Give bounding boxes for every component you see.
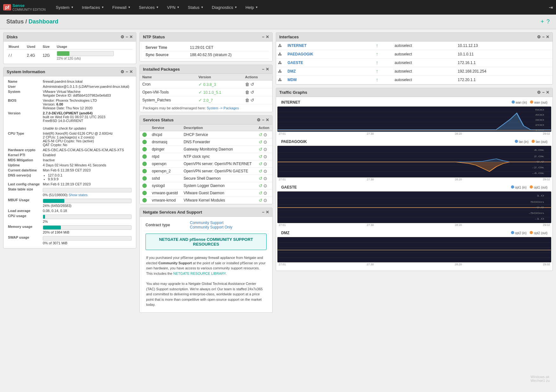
nav-vpn[interactable]: VPN ▼ xyxy=(163,0,184,15)
nav-status[interactable]: Status ▼ xyxy=(184,0,207,15)
interfaces-close-icon[interactable]: ✕ xyxy=(546,35,549,39)
disk-usage-label: 22% of 12G (ufs) xyxy=(57,57,131,60)
interface-mdm-link[interactable]: MDM xyxy=(288,78,297,82)
resource-library-link[interactable]: NETGATE RESOURCE LIBRARY xyxy=(173,272,226,275)
graph-paedagogik-legend: lan (in) lan (out) xyxy=(512,140,550,144)
interface-paedagogik-link[interactable]: PAEDAGOGIK xyxy=(288,52,313,56)
system-packages-link[interactable]: System -> Packages xyxy=(207,106,239,110)
sysinfo-settings-icon[interactable]: ⚙ xyxy=(120,69,124,74)
time-label: 27:30 xyxy=(367,223,374,227)
nav-firewall[interactable]: Firewall ▼ xyxy=(108,0,134,15)
stop-icon[interactable]: ⊙ xyxy=(263,139,267,145)
reinstall-icon[interactable]: ↺ xyxy=(250,98,254,103)
stop-icon[interactable]: ⊙ xyxy=(263,183,267,188)
interfaces-settings-icon[interactable]: ⚙ xyxy=(537,35,541,39)
pkg-version-link[interactable]: 0.3.8_3 xyxy=(203,82,216,87)
stop-icon[interactable]: ⊙ xyxy=(263,169,267,174)
stop-icon[interactable]: ⊙ xyxy=(263,161,267,166)
restart-icon[interactable]: ↺ xyxy=(259,198,262,203)
breadcrumb-prefix: Status / xyxy=(6,18,27,25)
sysinfo-close-icon[interactable]: ✕ xyxy=(129,69,133,74)
restart-icon[interactable]: ↺ xyxy=(259,147,262,152)
check-icon: ✓ xyxy=(198,82,202,87)
interface-gaeste-link[interactable]: GAESTE xyxy=(288,61,303,65)
delete-icon[interactable]: 🗑 xyxy=(245,98,249,103)
pkg-version-link[interactable]: 10.1.0_5.1 xyxy=(203,90,221,95)
delete-icon[interactable]: 🗑 xyxy=(245,82,249,87)
sysinfo-minimize-icon[interactable]: − xyxy=(126,69,128,74)
services-close-icon[interactable]: ✕ xyxy=(266,118,269,122)
stop-icon[interactable]: ⊙ xyxy=(263,190,267,196)
add-widget-button[interactable]: + xyxy=(540,18,544,25)
graph-paedagogik-times: 27:01 27:30 28:20 29:02 xyxy=(276,177,553,181)
pkg-version-link[interactable]: 2.0_7 xyxy=(203,98,213,103)
nav-help[interactable]: Help ▼ xyxy=(242,0,262,15)
disks-minimize-icon[interactable]: − xyxy=(126,35,128,39)
table-row: openvpn_2 OpenVPN server: OpenVPN GAESTE… xyxy=(140,168,272,175)
table-row: Open-VM-Tools ✓ 10.1.0_5.1 🗑 ↺ xyxy=(140,88,272,96)
logo-pfsense: Sense xyxy=(12,3,46,8)
support-minimize-icon[interactable]: − xyxy=(262,210,264,215)
restart-icon[interactable]: ↺ xyxy=(259,169,262,174)
nav-services[interactable]: Services ▼ xyxy=(135,0,163,15)
community-support-only-link[interactable]: Community Support Only xyxy=(190,225,232,229)
restart-icon[interactable]: ↺ xyxy=(259,154,262,159)
stop-icon[interactable]: ⊙ xyxy=(263,132,267,137)
table-row: System VMware Virtual MachineNetgate Dev… xyxy=(7,89,133,98)
traffic-settings-icon[interactable]: ⚙ xyxy=(537,90,541,95)
mem-progress-bar xyxy=(43,225,132,230)
restart-icon[interactable]: ↺ xyxy=(259,139,262,145)
nav-diagnostics[interactable]: Diagnostics ▼ xyxy=(208,0,241,15)
interface-dmz-link[interactable]: DMZ xyxy=(288,69,296,74)
graph-paedagogik-canvas: 4.0k 2.0k 0.0 -2.0k -4.0k xyxy=(277,146,551,177)
nav-logout-icon[interactable]: ⇥ xyxy=(549,4,553,10)
network-icon: 🖧 xyxy=(278,69,282,74)
svc-name: sshd xyxy=(149,175,181,182)
restart-icon[interactable]: ↺ xyxy=(259,132,262,137)
restart-icon[interactable]: ↺ xyxy=(259,176,262,181)
restart-icon[interactable]: ↺ xyxy=(259,190,262,196)
svg-text:500m: 500m xyxy=(530,201,544,203)
graph-dmz-title: DMZ xyxy=(279,229,292,236)
svg-text:0.0: 0.0 xyxy=(536,206,544,209)
services-settings-icon[interactable]: ⚙ xyxy=(257,118,261,122)
interface-internet-link[interactable]: INTERNET xyxy=(288,43,307,48)
packages-close-icon[interactable]: ✕ xyxy=(266,67,269,72)
community-support-link[interactable]: Community Support xyxy=(190,221,223,225)
stop-icon[interactable]: ⊙ xyxy=(263,198,267,203)
svg-text:-2.0k: -2.0k xyxy=(532,166,544,169)
disks-close-icon[interactable]: ✕ xyxy=(129,35,133,39)
services-minimize-icon[interactable]: − xyxy=(262,118,264,122)
reinstall-icon[interactable]: ↺ xyxy=(250,90,254,95)
table-row: Server Time 11:29:01 CET xyxy=(143,44,269,51)
stop-icon[interactable]: ⊙ xyxy=(263,176,267,181)
packages-header: Installed Packages − ✕ xyxy=(140,65,272,74)
iface-type: autoselect xyxy=(393,50,456,59)
nav-interfaces[interactable]: Interfaces ▼ xyxy=(78,0,108,15)
reinstall-icon[interactable]: ↺ xyxy=(250,82,254,87)
help-button[interactable]: ? xyxy=(546,18,550,25)
disks-settings-icon[interactable]: ⚙ xyxy=(120,35,124,39)
logo[interactable]: pf Sense COMMUNITY EDITION xyxy=(3,3,46,11)
stop-icon[interactable]: ⊙ xyxy=(263,147,267,152)
restart-icon[interactable]: ↺ xyxy=(259,183,262,188)
traffic-minimize-icon[interactable]: − xyxy=(542,90,545,95)
svg-text:2.0k: 2.0k xyxy=(534,155,544,158)
interfaces-minimize-icon[interactable]: − xyxy=(542,35,545,39)
opt2-in-legend: opt2 (in) xyxy=(511,231,527,235)
left-column: Disks ⚙ − ✕ Mount Used Size Usage xyxy=(3,32,136,316)
svg-text:-500m: -500m xyxy=(529,212,544,215)
time-label: 28:20 xyxy=(455,223,462,227)
nav-system[interactable]: System ▼ xyxy=(52,0,77,15)
show-states-link[interactable]: Show states xyxy=(68,193,87,197)
ntp-close-icon[interactable]: ✕ xyxy=(266,35,269,39)
stop-icon[interactable]: ⊙ xyxy=(263,154,267,159)
traffic-close-icon[interactable]: ✕ xyxy=(546,90,549,95)
restart-icon[interactable]: ↺ xyxy=(259,161,262,166)
delete-icon[interactable]: 🗑 xyxy=(245,90,249,95)
ntp-minimize-icon[interactable]: − xyxy=(262,35,264,39)
packages-minimize-icon[interactable]: − xyxy=(262,67,264,72)
graph-internet-title: INTERNET xyxy=(279,99,303,106)
support-text1: If you purchased your pfSense gateway fi… xyxy=(143,253,269,279)
support-close-icon[interactable]: ✕ xyxy=(266,210,269,215)
